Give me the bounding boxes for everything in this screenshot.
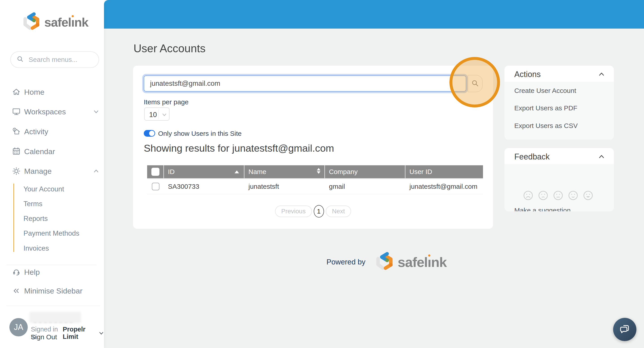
toggle-label: Only show Users in this Site — [158, 130, 242, 137]
table-row[interactable]: SA300733 junatestsft gmail junatestsft@g… — [147, 179, 483, 194]
results-heading: Showing results for junatestsft@gmail.co… — [144, 143, 334, 154]
sidebar-item-activity[interactable]: Activity — [0, 122, 104, 141]
chevron-down-icon — [93, 109, 99, 115]
monitor-icon — [12, 107, 21, 116]
powered-by-text: Powered by — [326, 258, 366, 266]
submenu-accent-border — [14, 183, 14, 252]
actions-title: Actions — [514, 70, 541, 79]
gear-icon — [12, 167, 21, 176]
create-user-account-link[interactable]: Create User Account — [514, 87, 576, 94]
current-page-indicator[interactable]: 1 — [314, 205, 324, 217]
column-header-user-id[interactable]: User ID — [406, 165, 483, 178]
items-per-page-value: 10 — [149, 111, 157, 119]
home-icon — [12, 87, 21, 97]
feedback-rating-row — [523, 190, 593, 200]
sidebar-divider — [6, 306, 100, 306]
headset-icon — [12, 267, 21, 277]
table-header-row: ID Name Company User ID — [147, 165, 483, 179]
activity-icon — [12, 127, 21, 136]
emoji-happy-icon[interactable] — [568, 190, 578, 200]
powered-by-footer: Powered by safelınk — [326, 250, 446, 274]
next-page-button[interactable]: Next — [326, 205, 351, 217]
previous-page-button[interactable]: Previous — [275, 205, 312, 217]
safelink-wordmark: safelınk — [44, 15, 88, 29]
only-show-users-toggle[interactable] — [144, 130, 155, 137]
submenu-clip — [0, 252, 104, 257]
user-search-input[interactable] — [144, 75, 466, 92]
safelink-logo-icon — [22, 12, 42, 33]
select-divider — [158, 109, 159, 119]
sidebar-search-input[interactable] — [28, 56, 90, 64]
header-checkbox-cell — [147, 165, 164, 178]
app-window: User Accounts Items per page 10 — [0, 0, 644, 348]
chevron-up-icon[interactable] — [598, 154, 605, 160]
chevron-up-icon — [93, 168, 99, 174]
user-accounts-card: Items per page 10 Only show Users in thi… — [133, 66, 493, 229]
sidebar-item-your-account[interactable]: Your Account — [24, 185, 100, 194]
column-header-company[interactable]: Company — [325, 165, 406, 178]
chat-widget-button[interactable] — [613, 318, 636, 341]
search-icon — [471, 79, 480, 88]
double-chevron-left-icon — [12, 286, 21, 296]
items-per-page-label: Items per page — [144, 98, 188, 106]
column-header-name[interactable]: Name — [244, 165, 325, 178]
actions-panel-body: Create User Account Export Users as PDF … — [504, 82, 614, 140]
sidebar-item-calendar[interactable]: Calendar — [0, 142, 104, 161]
chevron-down-icon — [162, 112, 167, 118]
export-users-pdf-link[interactable]: Export Users as PDF — [514, 104, 577, 112]
toggle-knob — [149, 131, 154, 136]
feedback-panel-header[interactable]: Feedback — [504, 148, 614, 164]
main-content: User Accounts Items per page 10 — [104, 0, 644, 348]
search-button[interactable] — [468, 75, 482, 92]
pagination: Previous 1 Next — [133, 205, 493, 217]
top-blue-bar — [104, 0, 644, 29]
actions-panel: Actions Create User Account Export Users… — [504, 66, 614, 140]
chevron-down-icon[interactable] — [98, 330, 104, 336]
cell-id: SA300733 — [164, 179, 244, 194]
feedback-panel-body: Make a suggestion... — [504, 164, 614, 211]
safelink-logo-icon — [375, 251, 395, 273]
feedback-panel: Feedback — [504, 148, 614, 211]
users-table: ID Name Company User ID — [147, 165, 483, 194]
emoji-very-sad-icon[interactable] — [523, 190, 533, 200]
row-checkbox[interactable] — [152, 183, 160, 190]
items-per-page-select[interactable]: 10 — [144, 107, 170, 121]
chat-icon — [619, 323, 630, 336]
emoji-sad-icon[interactable] — [538, 190, 548, 200]
sidebar-item-workspaces[interactable]: Workspaces — [0, 102, 104, 122]
sidebar-item-terms[interactable]: Terms — [24, 200, 100, 209]
organisation-name[interactable]: Propelr Limit — [63, 326, 97, 341]
sidebar-item-home[interactable]: Home — [0, 82, 104, 102]
calendar-icon — [12, 147, 21, 156]
export-users-csv-link[interactable]: Export Users as CSV — [514, 122, 578, 130]
sidebar-item-payment-methods[interactable]: Payment Methods — [24, 229, 100, 238]
sidebar-item-reports[interactable]: Reports — [24, 215, 100, 224]
sidebar-search-box[interactable] — [10, 51, 99, 68]
sort-both-icon — [317, 168, 320, 174]
sidebar: safelınk Home Wor — [0, 0, 104, 348]
emoji-neutral-icon[interactable] — [553, 190, 563, 200]
avatar[interactable]: JA — [10, 318, 28, 336]
select-all-checkbox[interactable] — [152, 168, 160, 176]
page-title: User Accounts — [134, 42, 206, 55]
minimise-sidebar-button[interactable]: Minimise Sidebar — [0, 281, 104, 301]
user-name-blur-overlay — [31, 313, 80, 322]
sidebar-item-manage[interactable]: Manage — [0, 161, 104, 181]
sign-out-link[interactable]: Sign Out — [31, 333, 57, 341]
sidebar-item-help[interactable]: Help — [0, 262, 104, 282]
emoji-very-happy-icon[interactable] — [583, 190, 593, 200]
safelink-wordmark: safelınk — [398, 254, 446, 270]
cell-company: gmail — [325, 179, 406, 194]
safelink-logo: safelınk — [22, 12, 88, 33]
cell-user-id: junatestsft@gmail.com — [406, 179, 483, 194]
column-header-id[interactable]: ID — [164, 165, 244, 178]
actions-panel-header[interactable]: Actions — [504, 66, 614, 82]
cell-name: junatestsft — [244, 179, 325, 194]
feedback-title: Feedback — [514, 152, 550, 162]
chevron-up-icon[interactable] — [598, 71, 605, 78]
make-suggestion-link[interactable]: Make a suggestion... — [514, 207, 576, 211]
search-icon — [16, 55, 24, 64]
sort-ascending-icon — [234, 171, 239, 173]
